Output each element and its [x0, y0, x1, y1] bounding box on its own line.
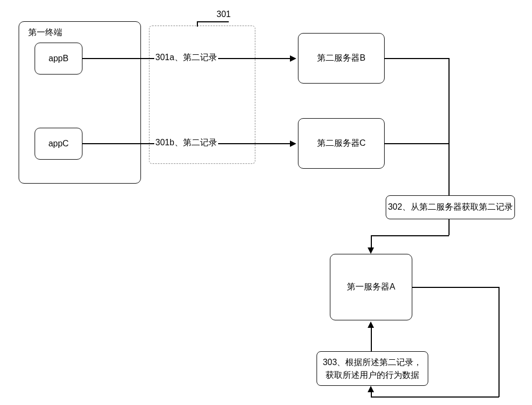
arrowhead-303-servera	[368, 321, 374, 328]
step-301-number: 301	[215, 10, 232, 19]
step-301a-label: 301a、第二记录	[154, 52, 218, 63]
server-b-label: 第二服务器B	[317, 53, 365, 64]
arrowhead-loop-303	[368, 386, 374, 392]
leader-line-301-h	[197, 21, 229, 22]
line-servera-loop-down	[498, 287, 500, 397]
line-servera-right-out	[412, 287, 499, 288]
line-serverc-right	[385, 143, 448, 144]
step-303-label: 303、根据所述第二记录，获取所述用户的行为数据	[322, 356, 422, 382]
arrowhead-appc-serverc	[290, 140, 296, 147]
app-c-label: appC	[48, 139, 69, 148]
step-301b-label: 301b、第二记录	[154, 137, 218, 148]
app-b-label: appB	[48, 54, 68, 63]
line-serverb-down	[448, 58, 450, 195]
step-302-box: 302、从第二服务器获取第二记录	[386, 195, 515, 219]
server-b-box: 第二服务器B	[298, 33, 385, 84]
line-loop-up-to-303	[371, 392, 372, 397]
server-a-label: 第一服务器A	[347, 282, 395, 293]
leader-line-301-v	[197, 21, 198, 27]
step-302-label: 302、从第二服务器获取第二记录	[388, 202, 513, 213]
line-303-up	[371, 327, 372, 351]
server-a-box: 第一服务器A	[330, 254, 412, 320]
step-303-box: 303、根据所述第二记录，获取所述用户的行为数据	[317, 351, 428, 386]
app-b-box: appB	[35, 43, 82, 75]
arrowhead-302-servera	[368, 247, 374, 254]
line-302-down2	[371, 235, 372, 249]
line-302-left	[371, 235, 449, 236]
line-loop-bottom	[371, 396, 499, 398]
server-c-label: 第二服务器C	[317, 138, 366, 149]
arrowhead-appb-serverb	[290, 55, 296, 62]
server-c-box: 第二服务器C	[298, 118, 385, 169]
first-terminal-title: 第一终端	[27, 27, 63, 38]
line-302-down1	[448, 219, 450, 235]
line-serverb-right	[385, 58, 448, 59]
app-c-box: appC	[35, 128, 82, 160]
